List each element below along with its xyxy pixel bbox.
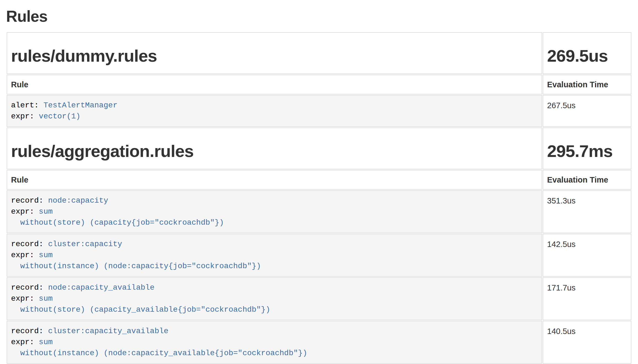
yaml-key: expr:	[11, 251, 39, 259]
rule-evaluation-time: 267.5us	[547, 101, 575, 110]
rule-column-header: Rule	[11, 175, 28, 184]
rule-row: alert: TestAlertManager expr: vector(1) …	[7, 95, 631, 127]
evaluation-time-column-header: Evaluation Time	[547, 175, 608, 184]
rule-row: record: node:capacity_available expr: su…	[7, 277, 631, 320]
rule-group-file: rules/aggregation.rules	[11, 142, 538, 161]
rule-row: record: node:capacity expr: sum without(…	[7, 190, 631, 233]
yaml-key: record:	[11, 327, 48, 335]
rules-table-body: rules/dummy.rules 269.5us Rule Evaluatio…	[7, 32, 631, 364]
rule-group-header-row: rules/dummy.rules 269.5us	[7, 32, 631, 74]
record-name-link[interactable]: cluster:capacity_available	[48, 327, 168, 335]
rule-expression-link[interactable]: sum	[39, 251, 53, 259]
yaml-key: expr:	[11, 112, 39, 121]
rule-group-file: rules/dummy.rules	[11, 47, 538, 65]
rule-column-header: Rule	[11, 80, 28, 89]
rule-evaluation-time: 142.5us	[547, 240, 575, 249]
rule-evaluation-time: 351.3us	[547, 196, 575, 205]
rule-expression-link[interactable]: without(store) (capacity{job="cockroachd…	[11, 218, 224, 227]
rules-table: rules/dummy.rules 269.5us Rule Evaluatio…	[6, 32, 632, 364]
yaml-key: record:	[11, 196, 48, 205]
rule-expression-link[interactable]: without(instance) (node:capacity_availab…	[11, 349, 307, 357]
rule-expression-link[interactable]: vector(1)	[39, 112, 80, 121]
rules-page: Rules rules/dummy.rules 269.5us Rule Eva…	[6, 8, 632, 364]
rule-definition: record: node:capacity expr: sum without(…	[11, 195, 538, 228]
yaml-key: record:	[11, 283, 48, 292]
rule-row: record: cluster:capacity_available expr:…	[7, 321, 631, 364]
column-header-row: Rule Evaluation Time	[7, 170, 631, 190]
rule-group-header-row: rules/aggregation.rules 295.7ms	[7, 127, 631, 169]
rule-evaluation-time: 140.5us	[547, 327, 575, 336]
rule-group-evaluation-time: 269.5us	[547, 47, 627, 65]
rule-definition: alert: TestAlertManager expr: vector(1)	[11, 100, 538, 122]
rule-definition: record: node:capacity_available expr: su…	[11, 282, 538, 315]
evaluation-time-column-header: Evaluation Time	[547, 80, 608, 89]
record-name-link[interactable]: node:capacity_available	[48, 283, 154, 292]
rule-expression-link[interactable]: sum	[39, 207, 53, 216]
rule-expression-link[interactable]: without(instance) (node:capacity{job="co…	[11, 262, 261, 270]
rule-row: record: cluster:capacity expr: sum witho…	[7, 234, 631, 277]
rule-definition: record: cluster:capacity_available expr:…	[11, 326, 538, 359]
yaml-key: expr:	[11, 338, 39, 346]
rule-expression-link[interactable]: sum	[39, 294, 53, 303]
rule-expression-link[interactable]: without(store) (capacity_available{job="…	[11, 305, 270, 314]
rule-evaluation-time: 171.7us	[547, 283, 575, 292]
record-name-link[interactable]: node:capacity	[48, 196, 108, 205]
rule-group-evaluation-time: 295.7ms	[547, 142, 627, 161]
yaml-key: expr:	[11, 207, 39, 216]
column-header-row: Rule Evaluation Time	[7, 75, 631, 94]
yaml-key: record:	[11, 240, 48, 248]
alert-name-link[interactable]: TestAlertManager	[44, 101, 118, 110]
record-name-link[interactable]: cluster:capacity	[48, 240, 122, 248]
rule-expression-link[interactable]: sum	[39, 338, 53, 346]
yaml-key: expr:	[11, 294, 39, 303]
rule-definition: record: cluster:capacity expr: sum witho…	[11, 239, 538, 272]
yaml-key: alert:	[11, 101, 44, 110]
page-title: Rules	[6, 8, 632, 25]
